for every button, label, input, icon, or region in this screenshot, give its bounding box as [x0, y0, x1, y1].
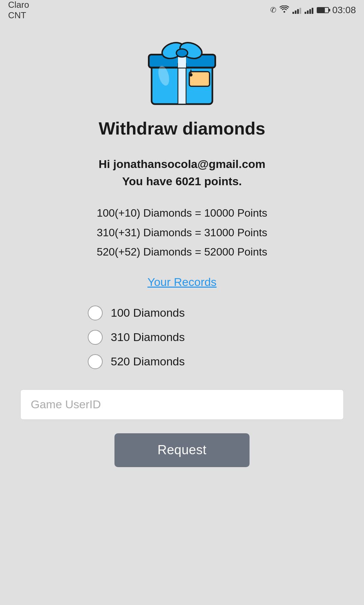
greeting-line1: Hi jonathansocola@gmail.com [99, 155, 265, 173]
svg-rect-9 [189, 72, 210, 86]
greeting-line2: You have 6021 points. [99, 173, 265, 190]
radio-label-100: 100 Diamonds [111, 306, 185, 319]
signal-bars-2 [305, 6, 313, 14]
game-userid-input[interactable] [20, 389, 344, 420]
userid-input-container [20, 389, 344, 420]
svg-rect-3 [178, 64, 186, 104]
svg-point-10 [189, 73, 193, 77]
status-right: ✆ 03:08 [270, 5, 356, 16]
svg-point-8 [176, 49, 188, 57]
battery-icon [317, 7, 329, 13]
your-records-link[interactable]: Your Records [148, 275, 217, 289]
radio-circle-310[interactable] [88, 330, 103, 345]
status-time: 03:08 [332, 5, 356, 16]
diamond-radio-group: 100 Diamonds 310 Diamonds 520 Diamonds [20, 306, 344, 369]
radio-option-100[interactable]: 100 Diamonds [88, 306, 185, 320]
svg-point-0 [283, 11, 285, 13]
greeting-text: Hi jonathansocola@gmail.com You have 602… [99, 155, 265, 190]
carrier-text: Claro CNT [8, 0, 29, 21]
wifi-icon [280, 5, 289, 15]
page-title: Withdraw diamonds [99, 118, 265, 139]
status-bar: Claro CNT ✆ 03:08 [0, 0, 364, 20]
vibrate-icon: ✆ [270, 6, 276, 15]
signal-bars-1 [292, 6, 301, 14]
exchange-rate-1: 100(+10) Diamonds = 10000 Points [97, 203, 267, 223]
radio-option-310[interactable]: 310 Diamonds [88, 330, 185, 345]
radio-label-520: 520 Diamonds [111, 355, 185, 368]
radio-option-520[interactable]: 520 Diamonds [88, 354, 185, 369]
gift-box-illustration [141, 27, 223, 108]
radio-circle-100[interactable] [88, 306, 103, 320]
exchange-rate-3: 520(+52) Diamonds = 52000 Points [97, 242, 267, 262]
request-button[interactable]: Request [114, 433, 250, 467]
radio-circle-520[interactable] [88, 354, 103, 369]
exchange-rate-2: 310(+31) Diamonds = 31000 Points [97, 223, 267, 243]
main-content: Withdraw diamonds Hi jonathansocola@gmai… [0, 20, 364, 605]
exchange-rates: 100(+10) Diamonds = 10000 Points 310(+31… [97, 203, 267, 262]
radio-label-310: 310 Diamonds [111, 331, 185, 344]
